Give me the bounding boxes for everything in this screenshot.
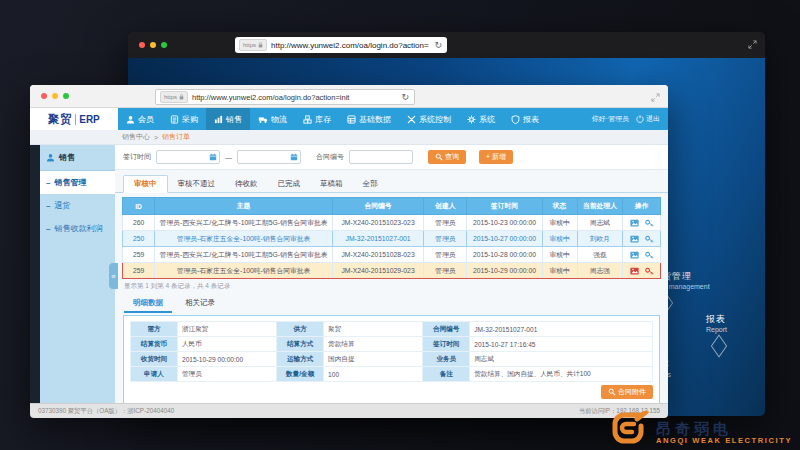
url-text[interactable]: http://www.yunwei2.com/oa/login.do?actio…	[271, 41, 429, 50]
key-icon[interactable]	[645, 251, 654, 259]
key-icon[interactable]	[645, 219, 654, 227]
order-row[interactable]: 260 管理员-西安兴工/化工牌号-10吨工期5G-销售合同审批表 JM-X24…	[123, 215, 661, 231]
nav-item-sales[interactable]: 销售	[206, 108, 250, 130]
sidebar-item-sales-management[interactable]: – 销售管理	[40, 171, 115, 194]
field-label: 收货时间	[131, 352, 178, 367]
date-filter-label: 签订时间	[123, 152, 151, 162]
order-row[interactable]: 259 管理员-西安兴工/化工牌号-10吨工期5G-销售合同审批表 JM-X24…	[123, 247, 661, 263]
status-tabs: 审核中 审核不通过 待收款 已完成 草稿箱 全部	[115, 170, 668, 193]
address-bar[interactable]: https http://www.yunwei2.com/oa/login.do…	[155, 89, 415, 105]
user-greeting: 你好·管理员	[592, 114, 629, 124]
date-from-input[interactable]	[156, 150, 220, 164]
order-subject[interactable]: 管理员-西安兴工/化工牌号-10吨工期5G-销售合同审批表	[155, 215, 333, 231]
main-content: 签订时间 — 合同编号 查询 + 新增	[115, 145, 668, 403]
zoom-window-icon[interactable]	[161, 42, 167, 48]
tab-rejected[interactable]: 审核不通过	[168, 176, 226, 192]
order-creator: 管理员	[424, 247, 467, 263]
nav-item-base-data[interactable]: 基础数据	[339, 108, 399, 130]
dash-icon: –	[46, 201, 50, 210]
sidebar-item-sales-profit[interactable]: – 销售收款利润	[40, 217, 115, 240]
nav-item-inventory[interactable]: 库存	[295, 108, 339, 130]
nav-item-logistics[interactable]: 物流	[250, 108, 295, 130]
minimize-window-icon[interactable]	[150, 42, 156, 48]
tab-under-review[interactable]: 审核中	[123, 175, 168, 193]
document-icon	[170, 115, 179, 124]
fullscreen-icon[interactable]	[651, 93, 660, 102]
field-value: 货款结算、国内自提、人民币、共计100	[470, 367, 653, 382]
order-subject[interactable]: 管理员-石家庄五金全-100吨-销售合同审批表	[155, 263, 333, 279]
key-icon[interactable]	[645, 267, 654, 275]
nav-item-system-control[interactable]: 系统控制	[399, 108, 459, 130]
address-bar[interactable]: https http://www.yunwei2.com/oa/login.do…	[235, 37, 447, 53]
breadcrumb-parent[interactable]: 销售中心	[122, 132, 150, 142]
left-dark-rail	[30, 145, 40, 403]
nav-item-purchase[interactable]: 采购	[162, 108, 206, 130]
order-row-selected[interactable]: 259 管理员-石家庄五金全-100吨-销售合同审批表 JM-X240-2015…	[123, 263, 661, 279]
tab-completed[interactable]: 已完成	[268, 176, 311, 192]
status-bar: 03730390 聚贸平台（OA版）：浙ICP-20404040 当前访问IP：…	[30, 403, 668, 418]
reload-icon[interactable]: ↻	[401, 92, 409, 102]
nav-item-system[interactable]: 系统	[459, 108, 503, 130]
sidebar-collapse-handle[interactable]: «	[109, 263, 118, 289]
order-id: 250	[123, 231, 155, 247]
order-creator: 管理员	[424, 231, 467, 247]
order-contract-no: JM-X240-20151028-023	[332, 247, 423, 263]
tab-detail-data[interactable]: 明细数据	[124, 295, 172, 313]
nav-menu: 会员 采购 销售 物流 库存	[118, 108, 592, 130]
sidebar-header: 销售	[40, 145, 115, 171]
preview-icon[interactable]	[630, 267, 639, 275]
preview-icon[interactable]	[630, 235, 639, 243]
add-order-button[interactable]: + 新增	[479, 150, 513, 164]
close-window-icon[interactable]	[139, 42, 145, 48]
watermark: 昂奇弱电 ANGQI WEAK ELECTRICITY	[610, 411, 792, 445]
close-window-icon[interactable]	[41, 93, 47, 99]
logout-button[interactable]: 退出	[636, 114, 660, 124]
nav-item-member[interactable]: 会员	[118, 108, 162, 130]
calendar-icon[interactable]	[209, 153, 217, 161]
erp-body: 销售 – 销售管理 – 退货 – 销售收款利润 «	[30, 145, 668, 403]
shield-icon	[511, 115, 520, 124]
minimize-window-icon[interactable]	[52, 93, 58, 99]
field-value: 货款结算	[324, 337, 423, 352]
url-text[interactable]: http://www.yunwei2.com/oa/login.do?actio…	[192, 93, 396, 102]
order-subject[interactable]: 管理员-西安兴工/化工牌号-10吨工期5G-销售合同审批表	[155, 247, 333, 263]
erp-logo[interactable]: 聚贸 ERP	[30, 108, 118, 130]
field-label: 需方	[131, 322, 178, 337]
contract-no-input[interactable]	[349, 150, 413, 164]
nav-item-report[interactable]: 报表	[503, 108, 547, 130]
tab-all[interactable]: 全部	[353, 176, 388, 192]
tab-pending-payment[interactable]: 待收款	[225, 176, 268, 192]
date-to-input[interactable]	[237, 150, 301, 164]
calendar-icon[interactable]	[290, 153, 298, 161]
order-contract-no: JM-32-20151027-001	[332, 231, 423, 247]
watermark-text: 昂奇弱电 ANGQI WEAK ELECTRICITY	[656, 422, 792, 445]
order-row[interactable]: 250 管理员-石家庄五金全-100吨-销售合同审批表 JM-32-201510…	[123, 231, 661, 247]
field-value: 100	[324, 367, 423, 382]
sidebar-item-returns[interactable]: – 退货	[40, 194, 115, 217]
tab-drafts[interactable]: 草稿箱	[310, 176, 353, 192]
preview-icon[interactable]	[630, 251, 639, 259]
field-value: 浙江聚贸	[177, 322, 276, 337]
col-id: ID	[123, 198, 155, 215]
field-value: JM-32-20151027-001	[470, 322, 653, 337]
col-actions: 操作	[623, 198, 661, 215]
search-button[interactable]: 查询	[428, 150, 466, 164]
erp-browser-titlebar: https http://www.yunwei2.com/oa/login.do…	[30, 85, 668, 108]
order-status: 审核中	[542, 231, 577, 247]
contract-attachment-button[interactable]: 合同附件	[601, 385, 653, 399]
background-browser-titlebar: https http://www.yunwei2.com/oa/login.do…	[128, 32, 765, 58]
field-label: 运输方式	[277, 352, 324, 367]
order-handler: 周志强	[577, 263, 623, 279]
search-icon	[435, 153, 443, 161]
fullscreen-icon[interactable]	[748, 40, 757, 49]
preview-icon[interactable]	[630, 219, 639, 227]
zoom-window-icon[interactable]	[63, 93, 69, 99]
detail-panel: 需方 浙江聚贸 供方 聚贸 合同编号 JM-32-20151027-001 结算…	[123, 315, 660, 403]
https-badge: https	[160, 91, 188, 103]
order-subject[interactable]: 管理员-石家庄五金全-100吨-销售合同审批表	[155, 231, 333, 247]
tab-related-records[interactable]: 相关记录	[176, 295, 224, 313]
breadcrumb: 销售中心 > 销售订单	[30, 130, 668, 145]
key-icon[interactable]	[645, 235, 654, 243]
reload-icon[interactable]: ↻	[434, 40, 442, 50]
watermark-en: ANGQI WEAK ELECTRICITY	[656, 436, 792, 445]
